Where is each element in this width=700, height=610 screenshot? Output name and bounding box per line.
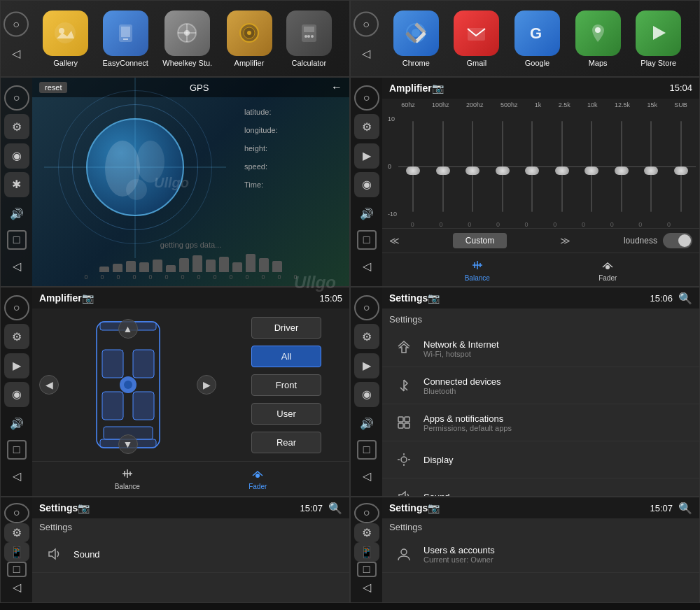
eq-balance-btn[interactable]: Balance <box>465 257 490 282</box>
eq-slider-col-9[interactable] <box>680 121 682 212</box>
loudness-toggle[interactable] <box>663 233 692 248</box>
app-amplifier[interactable]: Amplifier <box>227 10 272 67</box>
gps-settings-btn[interactable]: ⚙ <box>4 114 29 139</box>
stbl-sound-item[interactable]: Sound <box>32 536 349 573</box>
stbr-search-btn[interactable]: 🔍 <box>678 502 692 515</box>
back-btn-right[interactable]: ◁ <box>354 41 379 66</box>
st-square-btn[interactable]: □ <box>357 440 377 460</box>
settings-item-display[interactable]: Display <box>382 441 699 478</box>
st-play-btn[interactable]: ▶ <box>354 353 379 378</box>
eq-slider-col-8[interactable] <box>650 121 652 212</box>
app-calculator[interactable]: Calculator <box>286 10 332 67</box>
gps-circle-btn[interactable]: ○ <box>4 85 29 111</box>
sp-balance-btn[interactable]: Balance <box>115 466 140 492</box>
eq-slider-col-5[interactable] <box>561 121 563 212</box>
sp-square-btn[interactable]: □ <box>7 440 27 460</box>
rear-btn[interactable]: Rear <box>251 432 321 453</box>
settings-item-network[interactable]: Network & Internet Wi-Fi, hotspot <box>382 330 699 367</box>
eq-slider-col-6[interactable] <box>591 121 592 212</box>
gps-square-btn[interactable]: □ <box>7 230 27 250</box>
driver-btn[interactable]: Driver <box>251 317 321 339</box>
user-btn[interactable]: User <box>251 403 321 425</box>
eq-slider-col-2[interactable] <box>472 121 473 212</box>
stbr-circle-btn[interactable]: ○ <box>354 503 379 523</box>
eq-prev-btn[interactable]: ≪ <box>389 235 400 246</box>
settings-item-sound[interactable]: Sound <box>382 478 699 496</box>
sp-vol-btn[interactable]: 🔊 <box>4 411 29 436</box>
sp-settings-btn[interactable]: ⚙ <box>4 324 29 349</box>
car-left-btn[interactable]: ◀ <box>39 375 59 395</box>
gps-back-btn2[interactable]: ◁ <box>4 253 29 278</box>
st-record-btn[interactable]: ◉ <box>354 382 379 407</box>
car-diagram-area: ▲ ▼ ◀ ▶ <box>32 308 223 461</box>
app-chrome[interactable]: Chrome <box>393 10 439 67</box>
sp-back-btn[interactable]: ◁ <box>4 463 29 488</box>
app-google[interactable]: G Google <box>514 10 560 67</box>
st-circle-btn[interactable]: ○ <box>354 295 379 320</box>
st-search-btn[interactable]: 🔍 <box>678 292 692 305</box>
bluetooth-icon <box>393 374 415 397</box>
settings-item-apps[interactable]: Apps & notifications Permissions, defaul… <box>382 404 699 441</box>
eq-settings-btn[interactable]: ⚙ <box>354 114 379 139</box>
sp-fader-btn[interactable]: Fader <box>248 466 267 492</box>
app-gallery[interactable]: Gallery <box>43 10 88 67</box>
front-btn[interactable]: Front <box>251 374 321 396</box>
car-right-btn[interactable]: ▶ <box>197 375 216 395</box>
svg-rect-49 <box>398 423 403 428</box>
back-btn-left[interactable]: ◁ <box>4 41 29 66</box>
gps-vol-btn[interactable]: 🔊 <box>4 201 29 226</box>
app-playstore[interactable]: Play Store <box>636 10 681 67</box>
gps-reset-btn[interactable]: reset <box>39 82 67 93</box>
stbl-square-btn[interactable]: □ <box>7 562 27 577</box>
eq-square-btn[interactable]: □ <box>357 230 377 250</box>
eq-slider-col-3[interactable] <box>502 121 503 212</box>
eq-circle-btn[interactable]: ○ <box>354 85 379 111</box>
stbl-search-btn[interactable]: 🔍 <box>328 502 342 515</box>
sp-play-btn[interactable]: ▶ <box>4 353 29 378</box>
stbr-back-btn[interactable]: ◁ <box>354 577 379 597</box>
eq-next-btn[interactable]: ≫ <box>560 235 570 246</box>
car-up-btn[interactable]: ▲ <box>118 319 138 339</box>
sp-circle-btn[interactable]: ○ <box>4 295 29 320</box>
gps-bt-btn[interactable]: ✱ <box>4 172 29 197</box>
settings-item-bluetooth[interactable]: Connected devices Bluetooth <box>382 367 699 404</box>
circle-btn-right[interactable]: ○ <box>354 12 379 37</box>
eq-slider-col-4[interactable] <box>531 121 533 212</box>
gps-record-btn[interactable]: ◉ <box>4 143 29 169</box>
svg-point-51 <box>401 457 407 462</box>
all-btn[interactable]: All <box>251 346 321 367</box>
eq-slider-col-7[interactable] <box>621 121 622 212</box>
eq-record-btn[interactable]: ◉ <box>354 172 379 197</box>
st-section-title: Settings <box>382 308 699 330</box>
app-wheelkey[interactable]: Wheelkey Stu. <box>162 10 212 67</box>
app-maps[interactable]: Maps <box>575 10 621 67</box>
bt-text: Connected devices Bluetooth <box>424 376 689 395</box>
st-settings-btn[interactable]: ⚙ <box>354 324 379 349</box>
app-gmail[interactable]: Gmail <box>454 10 499 67</box>
car-down-btn[interactable]: ▼ <box>118 434 138 454</box>
eq-back-btn[interactable]: ◁ <box>354 253 379 278</box>
stbl-play-btn[interactable]: 📱 <box>4 542 29 562</box>
stbr-play-btn[interactable]: 📱 <box>354 542 379 562</box>
stbr-square-btn[interactable]: □ <box>357 562 377 577</box>
eq-fader-btn[interactable]: Fader <box>598 257 617 282</box>
eq-slider-col-1[interactable] <box>442 121 444 212</box>
stbl-settings-btn[interactable]: ⚙ <box>4 523 29 543</box>
gps-back-arrow[interactable]: ← <box>331 81 342 94</box>
stbl-sidebar: ○ ⚙ 📱 □ ◁ <box>1 497 32 602</box>
eq-play-btn[interactable]: ▶ <box>354 143 379 169</box>
stbl-back-btn[interactable]: ◁ <box>4 577 29 597</box>
eq-vol-btn[interactable]: 🔊 <box>354 201 379 226</box>
eq-slider-col-0[interactable] <box>412 121 414 212</box>
st-vol-btn[interactable]: 🔊 <box>354 411 379 436</box>
gps-header: reset GPS ← <box>32 78 349 97</box>
stbr-users-item[interactable]: Users & accounts Current user: Owner <box>382 536 699 573</box>
st-back-btn[interactable]: ◁ <box>354 463 379 488</box>
sp-record-btn[interactable]: ◉ <box>4 382 29 407</box>
app-easyconnect[interactable]: EasyConnect <box>102 10 148 67</box>
svg-marker-56 <box>399 492 405 496</box>
stbl-circle-btn[interactable]: ○ <box>4 503 29 523</box>
eq-preset-btn[interactable]: Custom <box>453 233 507 248</box>
circle-btn-left[interactable]: ○ <box>4 12 29 37</box>
stbr-settings-btn[interactable]: ⚙ <box>354 523 379 543</box>
